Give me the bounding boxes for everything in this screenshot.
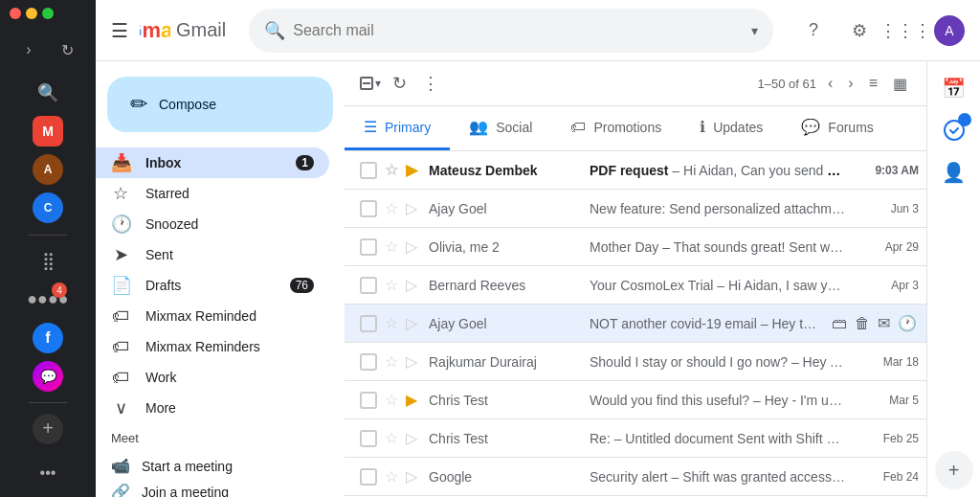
gmail-app-icon[interactable]: M [29,115,67,147]
settings-icon[interactable]: ⚙ [842,13,877,48]
email-checkbox[interactable] [360,200,377,217]
facebook-icon[interactable]: f [29,322,67,354]
email-row[interactable]: ☆ ▷ Ajay Goel NOT another covid-19 email… [345,305,926,343]
important-icon[interactable]: ▷ [406,429,417,447]
email-checkbox[interactable] [360,277,377,294]
search-dropdown-icon[interactable]: ▾ [751,23,758,38]
email-row[interactable]: ☆ ▷ Rajkumar Durairaj Should I stay or s… [345,343,926,381]
nav-item-starred[interactable]: ☆ Starred [96,178,329,209]
list-view-icon[interactable]: ≡ [865,71,881,96]
refresh-email-icon[interactable]: ↻ [389,69,411,98]
star-icon[interactable]: ☆ [385,467,398,486]
archive-icon[interactable]: 🗃 [830,313,849,334]
apps-icon[interactable]: ⋮⋮⋮ [888,13,923,48]
close-button[interactable] [10,8,21,19]
star-icon[interactable]: ☆ [385,314,398,332]
star-icon[interactable]: ☆ [385,276,398,294]
email-checkbox[interactable] [360,430,377,447]
avatar-1[interactable]: A [29,153,67,186]
email-row[interactable]: ☆ ▷ Google Security alert – Shift was gr… [345,458,926,496]
email-checkbox[interactable] [360,353,377,371]
nav-item-mixmax-reminded[interactable]: 🏷 Mixmax Reminded [96,301,329,331]
delete-icon[interactable]: 🗑 [853,313,872,334]
search-bar[interactable]: 🔍 ▾ [249,9,773,53]
email-subject: Mother Day [590,239,658,255]
tab-forums[interactable]: 💬 Forums [782,106,892,150]
nav-item-drafts[interactable]: 📄 Drafts 76 [96,270,329,301]
email-row[interactable]: ☆ ▷ Olivia, me 2 Mother Day – That sound… [345,228,926,266]
avatar-2[interactable]: C [29,192,67,224]
tasks-panel-icon[interactable] [935,111,973,149]
maximize-button[interactable] [42,8,54,19]
star-icon[interactable]: ☆ [385,237,398,256]
help-icon[interactable]: ? [796,13,831,48]
email-row[interactable]: ☆ ▶ Chris Test Would you find this usefu… [345,381,926,419]
add-panel-button[interactable]: + [935,451,973,489]
mark-unread-icon[interactable]: ✉ [876,312,892,334]
more-options-icon[interactable]: ••• [29,457,67,489]
email-row[interactable]: ☆ ▷ Bernard Reeves Your CosmoLex Trial –… [345,266,926,305]
compose-button[interactable]: ✏ Compose [107,77,333,132]
email-preview: – Hey - I'm using this desktop app, Shif… [753,393,854,408]
more-actions-icon[interactable]: ⋮ [418,69,443,98]
star-icon[interactable]: ☆ [385,391,398,409]
email-checkbox[interactable] [360,392,377,409]
email-checkbox[interactable] [360,238,377,256]
email-row[interactable]: ☆ ▷ Chris Test Re: – Untitled document S… [345,419,926,458]
grid-view-icon[interactable]: ▦ [889,71,911,97]
important-icon[interactable]: ▶ [406,161,417,179]
next-page-button[interactable]: › [844,71,857,96]
hamburger-icon[interactable]: ☰ [111,19,128,42]
label-icon-1: 🏷 [111,306,130,327]
forward-button[interactable]: › [11,33,46,67]
important-icon[interactable]: ▷ [406,237,417,256]
nav-item-mixmax-reminders[interactable]: 🏷 Mixmax Reminders [96,331,329,362]
star-icon[interactable]: ☆ [385,161,398,179]
star-icon[interactable]: ☆ [385,429,398,447]
tab-promotions[interactable]: 🏷 Promotions [551,106,680,150]
snooze-icon[interactable]: 🕐 [896,312,919,334]
important-icon[interactable]: ▷ [406,352,417,371]
prev-page-button[interactable]: ‹ [824,71,836,96]
tabs-bar: ☰ Primary 👥 Social 🏷 Promotions ℹ Update… [345,106,926,151]
nav-item-snoozed[interactable]: 🕐 Snoozed [96,209,329,239]
topbar-right: ? ⚙ ⋮⋮⋮ A [796,13,965,48]
select-all-control[interactable]: ▾ [360,77,381,90]
apps-grid-icon[interactable]: ⣿ [29,244,67,277]
email-row[interactable]: ☆ ▷ Ajay Goel New feature: Send personal… [345,190,926,228]
join-meeting-button[interactable]: 🔗 Join a meeting [111,479,329,497]
star-icon[interactable]: ☆ [385,199,398,217]
email-row[interactable]: ☆ ▶ Mateusz Dembek PDF request – Hi Aida… [345,151,926,190]
email-content: Your CosmoLex Trial – Hi Aidan, I saw yo… [582,278,854,293]
refresh-button[interactable]: ↻ [50,33,84,67]
important-icon[interactable]: ▷ [406,199,417,217]
back-button[interactable]: ‹ [0,33,8,67]
add-app-icon[interactable]: + [29,413,67,445]
minimize-button[interactable] [26,8,37,19]
start-meeting-button[interactable]: 📹 Start a meeting [111,453,329,479]
user-avatar[interactable]: A [934,15,965,46]
email-checkbox[interactable] [360,162,377,179]
search-sidebar-icon[interactable]: 🔍 [29,77,67,109]
sent-icon: ➤ [111,244,130,265]
email-checkbox[interactable] [360,315,377,332]
nav-item-inbox[interactable]: 📥 Inbox 1 [96,147,329,178]
tab-primary[interactable]: ☰ Primary [345,106,450,150]
nav-item-work[interactable]: 🏷 Work [96,362,329,393]
email-time: Apr 3 [861,279,919,292]
tab-social[interactable]: 👥 Social [450,106,551,150]
email-checkbox[interactable] [360,468,377,486]
tab-updates[interactable]: ℹ Updates [680,106,782,150]
nav-item-sent[interactable]: ➤ Sent [96,239,329,270]
star-icon[interactable]: ☆ [385,352,398,371]
important-icon[interactable]: ▷ [406,276,417,294]
messenger-icon[interactable]: 💬 [29,360,67,393]
important-icon[interactable]: ▶ [406,391,417,409]
contacts-panel-icon[interactable]: 👤 [935,153,973,192]
important-icon[interactable]: ▷ [406,467,417,486]
nav-item-more[interactable]: ∨ More [96,393,329,423]
calendar-panel-icon[interactable]: 📅 [935,69,973,107]
important-icon[interactable]: ▷ [406,314,417,332]
badge-4-icon[interactable]: ●●●● 4 [29,282,67,315]
search-input[interactable] [293,22,744,39]
